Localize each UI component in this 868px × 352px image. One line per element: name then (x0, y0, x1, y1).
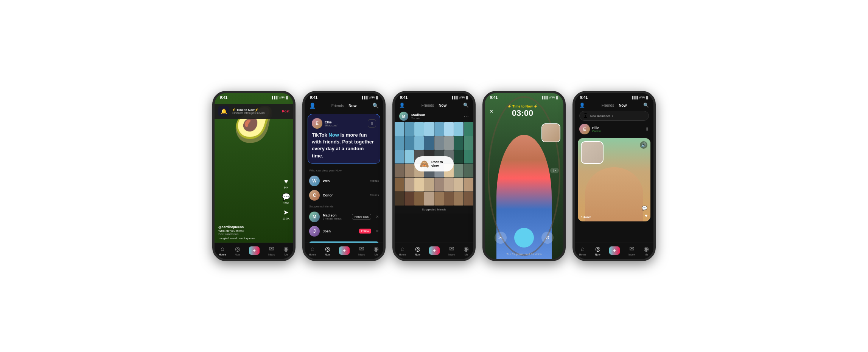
share-action[interactable]: ➤ 13.5K (283, 208, 289, 220)
tab-now-2[interactable]: Now (348, 104, 356, 108)
notification-banner[interactable]: 🔔 ⚡ Time to Now⚡ 3 minutes left to post … (215, 104, 293, 119)
post-user-info: Madison 2m late (411, 113, 425, 120)
battery-icon-2: ▓ (376, 96, 378, 99)
nav-now-1[interactable]: ◎ Now (235, 245, 240, 256)
nav-create-3[interactable]: + (429, 246, 440, 255)
signal-icon-4: ▐▐▐ (541, 96, 548, 99)
home-label-2: Home (309, 253, 316, 256)
card-share-button[interactable]: ⬆ (368, 119, 376, 128)
phone-2: 9:41 ▐▐▐ WiFi ▓ 👤 Friends Now 🔍 (302, 91, 386, 261)
nav-home-3[interactable]: ⌂ Home (399, 246, 406, 256)
dismiss-josh-button[interactable]: ✕ (376, 229, 379, 233)
signal-icon-2: ▐▐▐ (361, 96, 367, 99)
add-friend-icon[interactable]: 👤 (309, 103, 316, 109)
heart-button[interactable]: ♥ (645, 213, 647, 218)
header-tabs-3: Friends Now (422, 103, 446, 107)
search-icon-3[interactable]: 🔍 (463, 103, 469, 108)
feed-see-translation[interactable]: See translation (218, 232, 274, 236)
tab-friends-5[interactable]: Friends (602, 103, 614, 107)
wifi-icon-3: WiFi (459, 96, 465, 99)
status-time-1: 9:41 (220, 95, 227, 100)
nav-now-5[interactable]: ◎ Now (595, 245, 600, 256)
share-icon: ➤ (283, 208, 289, 216)
tab-friends-3[interactable]: Friends (422, 103, 434, 107)
conor-avatar: C (309, 190, 320, 201)
nav-me-2[interactable]: ◉ Me (373, 245, 379, 256)
feed-description: What do you think? (218, 229, 274, 232)
effects-button[interactable]: ✂ (495, 232, 507, 244)
add-friend-icon-5[interactable]: 👤 (579, 103, 585, 108)
nav-create-1[interactable]: + (249, 246, 260, 255)
nav-inbox-1[interactable]: ✉ Inbox (268, 245, 275, 256)
shutter-button[interactable] (514, 228, 534, 248)
status-bar-2: 9:41 ▐▐▐ WiFi ▓ (305, 93, 383, 100)
nav-me-5[interactable]: ◉ Me (644, 245, 649, 256)
post-to-view-overlay[interactable]: 🙈 Post to view (414, 156, 454, 171)
nav-home-5[interactable]: ⌂ Home (579, 246, 586, 256)
grid-cell (404, 150, 414, 164)
add-friend-icon-3[interactable]: 👤 (399, 103, 405, 108)
nav-me-3[interactable]: ◉ Me (464, 245, 469, 256)
suggested-friends-bar: Suggested friends (395, 206, 473, 213)
share-button-5[interactable]: ⬆ (645, 126, 649, 132)
create-button-2[interactable]: + (339, 246, 350, 255)
nav-create-2[interactable]: + (339, 246, 350, 255)
tiktok-now-card: E Ellie tiktok.com/ ⬆ TikTok Now is more… (308, 114, 380, 164)
nav-inbox-2[interactable]: ✉ Inbox (358, 245, 365, 256)
header-tabs-5: Friends Now (602, 103, 627, 107)
nav-me-1[interactable]: ◉ Me (283, 245, 289, 256)
follow-josh-button[interactable]: Follow (359, 229, 371, 234)
home-label-5: Home (579, 253, 586, 256)
phone3-header: 👤 Friends Now 🔍 (395, 100, 473, 110)
nav-now-3[interactable]: ◎ Now (415, 245, 420, 256)
madison-mutual: 5 mutual friends (323, 217, 349, 220)
status-time-5: 9:41 (580, 95, 588, 100)
nav-inbox-3[interactable]: ✉ Inbox (448, 245, 455, 256)
volume-button[interactable]: 🔊 (640, 141, 647, 149)
grid-cell (424, 192, 434, 206)
zoom-badge[interactable]: 1× (550, 168, 559, 173)
notification-action[interactable]: Post (282, 109, 289, 113)
nav-home-2[interactable]: ⌂ Home (309, 246, 316, 256)
post-username: Madison (411, 113, 425, 117)
nav-inbox-5[interactable]: ✉ Inbox (628, 245, 635, 256)
grid-cell (434, 136, 444, 150)
nav-now-2[interactable]: ◎ Now (325, 245, 330, 256)
friend-conor-name: Conor (323, 193, 333, 197)
like-action[interactable]: ♥ 94K (284, 178, 288, 189)
tab-friends-2[interactable]: Friends (331, 104, 344, 108)
create-button-5[interactable]: + (609, 246, 620, 255)
josh-info: Josh (323, 229, 356, 233)
phone2-content: E Ellie tiktok.com/ ⬆ TikTok Now is more… (305, 111, 383, 243)
nav-bar-3: ⌂ Home ◎ Now + ✉ Inbox ◉ Me (395, 243, 473, 259)
now-icon: ◎ (235, 245, 240, 252)
comment-action[interactable]: 💬 1560 (282, 193, 290, 204)
card-user-info: Ellie tiktok.com/ (325, 120, 366, 127)
post-late: 2m late (411, 117, 425, 120)
close-camera-button[interactable]: ✕ (489, 108, 494, 114)
search-icon-2[interactable]: 🔍 (372, 103, 379, 109)
friend-wes-badge: Friends (370, 179, 379, 182)
grid-cell (404, 136, 414, 150)
create-button[interactable]: + (249, 246, 260, 255)
ellie-avatar-5: E (579, 124, 590, 134)
create-button-3[interactable]: + (429, 246, 440, 255)
tab-now-5[interactable]: Now (619, 103, 627, 107)
user-card-info: Ellie On time (592, 126, 602, 132)
search-icon-5[interactable]: 🔍 (643, 103, 649, 108)
nav-create-5[interactable]: + (609, 246, 620, 255)
grid-cell (444, 122, 454, 136)
me-label-5: Me (645, 253, 649, 256)
follow-back-button[interactable]: Follow back (352, 214, 371, 220)
tab-now-3[interactable]: Now (439, 103, 446, 107)
battery-icon-5: ▓ (646, 96, 648, 99)
grid-cell (414, 178, 424, 192)
home-icon-3: ⌂ (401, 246, 404, 252)
dismiss-madison-button[interactable]: ✕ (376, 215, 379, 219)
post-to-view-text: Post to view (431, 160, 448, 168)
nav-home-1[interactable]: ⌂ Home (219, 246, 226, 256)
now-memories-button[interactable]: 🗓 Now memories › (579, 111, 649, 121)
more-options-icon[interactable]: ⋯ (464, 113, 469, 119)
flip-camera-button[interactable]: ↺ (541, 232, 554, 244)
chat-button[interactable]: 💬 (642, 206, 647, 211)
